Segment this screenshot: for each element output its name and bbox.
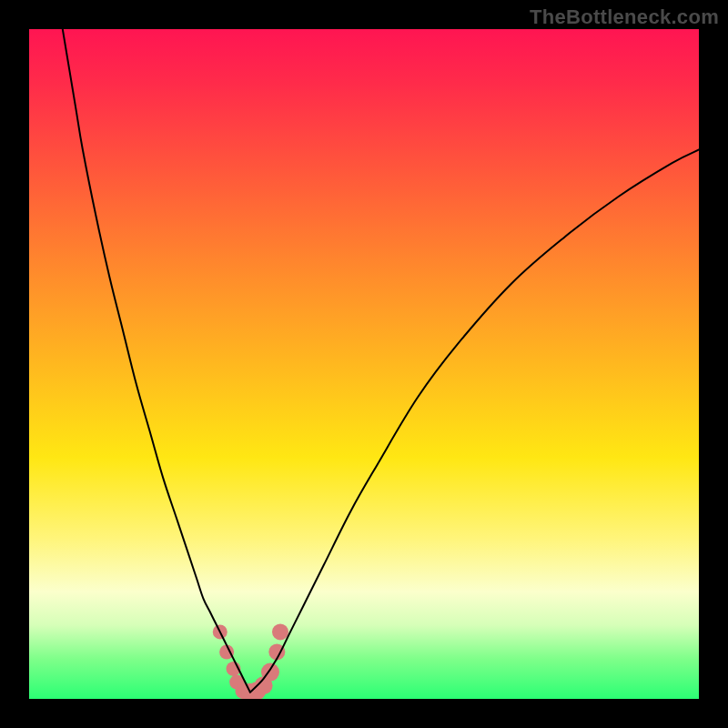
plot-area <box>29 29 699 699</box>
chart-frame: TheBottleneck.com <box>0 0 728 728</box>
highlight-marker <box>272 623 288 640</box>
left-branch-curve <box>63 29 250 693</box>
watermark-label: TheBottleneck.com <box>530 5 719 29</box>
marker-group <box>213 623 288 699</box>
curve-canvas <box>29 29 699 699</box>
right-branch-curve <box>250 149 699 692</box>
